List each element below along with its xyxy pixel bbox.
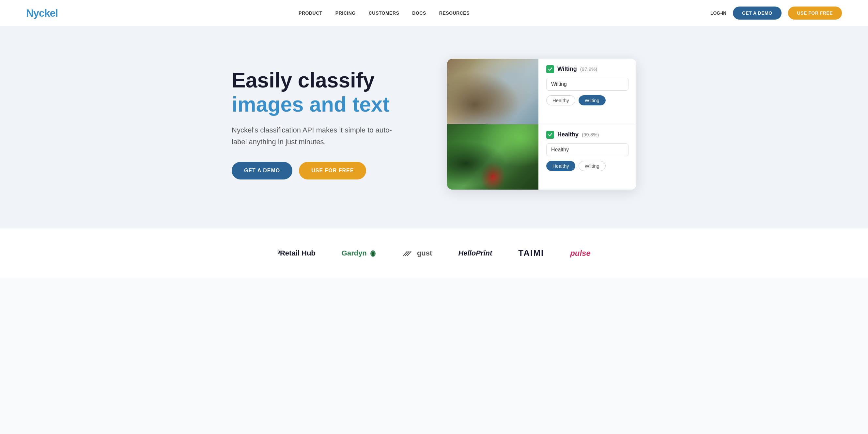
hero-section: Easily classify images and text Nyckel's… [0,26,868,228]
logo-taimi: TAIMI [518,248,544,258]
logo-gust: gust [403,249,432,257]
nav-link-product[interactable]: PRODUCT [299,10,322,16]
use-free-hero-button[interactable]: USE FOR FREE [299,162,366,180]
tag-healthy-wilting-row[interactable]: Healthy [546,95,575,105]
result-tags-healthy: Healthy Wilting [546,161,628,171]
logo-gardyn: Gardyn [342,249,377,257]
logo-pulse: pulse [570,249,591,258]
get-demo-hero-button[interactable]: GET A DEMO [232,162,292,180]
plant-image-healthy [447,124,538,190]
classification-row-wilting: Wilting (97.9%) Wilting Healthy Wilting [447,59,636,124]
result-label-wilting: Wilting [557,66,577,72]
hero-buttons: GET A DEMO USE FOR FREE [232,162,421,180]
tag-wilting-active[interactable]: Wilting [579,95,606,105]
logo-helloprint: HelloPrint [458,249,492,257]
use-free-nav-button[interactable]: USE FOR FREE [788,6,842,20]
nav-links: PRODUCT PRICING CUSTOMERS DOCS RESOURCES [299,10,470,16]
result-confidence-wilting: (97.9%) [580,66,597,72]
classification-info-healthy: Healthy (99.8%) Healthy Healthy Wilting [538,124,636,190]
nav-link-resources[interactable]: RESOURCES [439,10,470,16]
hero-description: Nyckel's classification API makes it sim… [232,124,395,147]
result-input-healthy[interactable]: Healthy [546,143,628,156]
logos-section: §Retail Hub Gardyn gust HelloPrint TAIMI… [0,228,868,278]
hero-title-line1: Easily classify [232,68,375,92]
tag-wilting-healthy-row[interactable]: Wilting [579,161,606,171]
logo-retail-hub: §Retail Hub [277,249,315,257]
nav-link-docs[interactable]: DOCS [412,10,426,16]
result-label-healthy: Healthy [557,131,579,138]
login-link[interactable]: LOG-IN [710,10,726,16]
classification-info-wilting: Wilting (97.9%) Wilting Healthy Wilting [538,59,636,124]
result-input-wilting[interactable]: Wilting [546,78,628,91]
plant-image-wilting [447,59,538,124]
svg-line-3 [407,251,411,256]
svg-line-1 [403,251,407,256]
get-demo-nav-button[interactable]: GET A DEMO [733,6,781,20]
tag-healthy-active[interactable]: Healthy [546,161,575,171]
classification-row-healthy: Healthy (99.8%) Healthy Healthy Wilting [447,124,636,190]
nav-link-pricing[interactable]: PRICING [336,10,356,16]
check-icon-wilting [546,65,554,73]
svg-line-2 [405,251,409,256]
navbar: Nyckel PRODUCT PRICING CUSTOMERS DOCS RE… [0,0,868,26]
hero-title: Easily classify images and text [232,68,421,117]
nav-logo[interactable]: Nyckel [26,7,58,19]
result-header-healthy: Healthy (99.8%) [546,131,628,139]
nav-right: LOG-IN GET A DEMO USE FOR FREE [710,6,842,20]
check-icon-healthy [546,131,554,139]
result-tags-wilting: Healthy Wilting [546,95,628,105]
hero-left: Easily classify images and text Nyckel's… [232,68,421,180]
hero-right: Wilting (97.9%) Wilting Healthy Wilting [447,59,636,190]
nav-link-customers[interactable]: CUSTOMERS [369,10,399,16]
result-confidence-healthy: (99.8%) [582,132,599,137]
classification-widget: Wilting (97.9%) Wilting Healthy Wilting [447,59,636,190]
hero-title-line2: images and text [232,93,421,117]
result-header-wilting: Wilting (97.9%) [546,65,628,73]
